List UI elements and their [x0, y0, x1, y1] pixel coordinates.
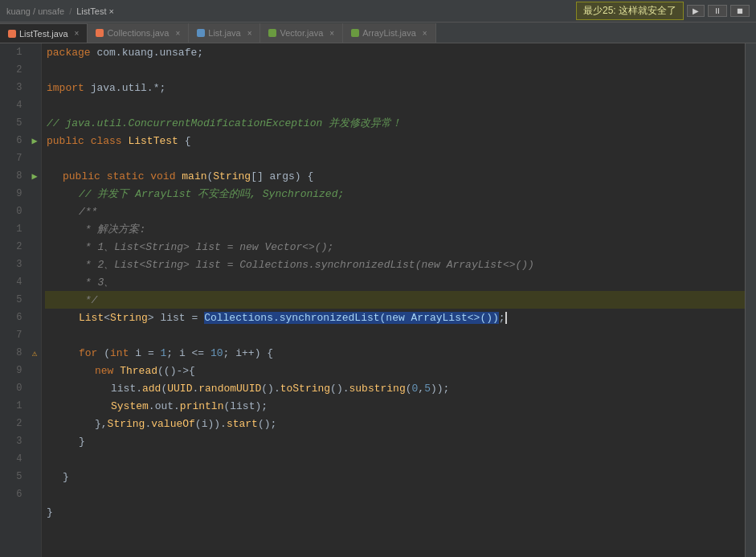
num-1: 1 [161, 347, 167, 359]
line-num-19: 9 [0, 365, 28, 376]
tab-collections-close[interactable]: × [175, 29, 180, 38]
gutter-row-17: 7 [0, 326, 41, 344]
tab-arraylist-close[interactable]: × [423, 29, 427, 38]
tab-vector[interactable]: Vector.java × [260, 23, 343, 43]
p4: )); [431, 383, 449, 395]
import-name: java.util.* [91, 82, 160, 94]
notification-text: 最少25: 这样就安全了 [583, 5, 676, 16]
gutter-row-13: 3 [0, 256, 41, 273]
line-num-15: 5 [0, 294, 28, 305]
keyword-class: class [91, 135, 122, 147]
for-close-paren: ) [255, 347, 261, 359]
p2: (). [330, 383, 349, 395]
type-uuid: UUID [167, 383, 192, 395]
semicolon-3: ; [159, 82, 166, 94]
keyword-int: int [110, 347, 129, 359]
comma1: , [418, 383, 424, 395]
type-string-2: String [108, 418, 145, 430]
gutter-row-8: 8 ▶ [0, 167, 41, 185]
code-line-14: * 3、 [45, 273, 745, 291]
code-line-thread: new Thread(()->{ [45, 362, 745, 379]
close-for-brace: } [79, 436, 85, 448]
fn-println: println [180, 400, 224, 412]
semi-for2: ; [223, 347, 230, 359]
generic-open: < [104, 312, 110, 324]
code-area: 1 2 3 4 5 [0, 43, 756, 557]
fn-start: start [227, 418, 258, 430]
dot-str: . [145, 418, 151, 430]
warn-icon-18: ⚠ [28, 348, 41, 358]
p3: ( [406, 383, 412, 395]
i-cond: i [179, 347, 186, 359]
vo-close: )). [207, 418, 226, 430]
tab-arraylist[interactable]: ArrayList.java × [343, 23, 435, 43]
gutter-row-20: 0 [0, 379, 41, 397]
run-arrow-8[interactable]: ▶ [28, 170, 41, 182]
run-button[interactable]: ▶ [687, 5, 705, 17]
close-main-brace: } [63, 471, 69, 483]
notification-banner: 最少25: 这样就安全了 [576, 2, 684, 20]
code-line-12: * 1、List<String> list = new Vector<>(); [45, 238, 745, 256]
breadcrumb: kuang / unsafe [6, 6, 64, 16]
list-var: list. [111, 383, 142, 395]
gutter-row-1: 1 [0, 43, 41, 61]
tab-listtest[interactable]: ListTest.java × [0, 23, 88, 43]
var-i: i [135, 347, 141, 359]
code-line-10: /** [45, 203, 745, 220]
tab-list-close[interactable]: × [247, 29, 252, 38]
tab-list[interactable]: List.java × [189, 23, 260, 43]
code-line-closefor: } [45, 432, 745, 450]
line-num-24: 4 [0, 453, 28, 465]
code-line-16: List<String> list = Collections.synchron… [45, 309, 745, 326]
separator: / [69, 6, 72, 16]
line-num-13: 3 [0, 259, 28, 270]
line-num-2: 2 [0, 64, 28, 76]
right-scrollbar[interactable] [745, 43, 756, 557]
brace-open-class: { [185, 135, 191, 147]
debug-button[interactable]: ⏸ [708, 5, 727, 17]
gutter-row-15: 5 [0, 291, 41, 309]
code-line-closemain: } [45, 468, 745, 485]
javadoc-s1: * 1、List<String> list = new Vector<>(); [79, 240, 333, 254]
gutter-row-10: 0 [0, 203, 41, 220]
bracket-arr: [] [251, 170, 264, 182]
fn-main: main [182, 170, 206, 182]
tab-listtest-close[interactable]: × [75, 29, 80, 38]
line-num-23: 3 [0, 436, 28, 447]
lambda: )->{ [170, 365, 195, 377]
eq-1: = [148, 347, 154, 359]
semicolon-1: ; [197, 47, 203, 59]
generic-close: > [148, 312, 154, 324]
tab-arraylist-label: ArrayList.java [362, 28, 416, 38]
gutter-row-18: 8 ⚠ [0, 344, 41, 362]
code-line-2 [45, 61, 745, 79]
dot-sys: . [149, 400, 155, 412]
for-paren: ( [104, 347, 110, 359]
gutter-row-9: 9 [0, 185, 41, 203]
gutter-row-3: 3 [0, 79, 41, 96]
code-line-15: */ [45, 291, 745, 309]
code-lines: package com.kuang.unsafe; import java.ut… [45, 43, 745, 521]
gutter-row-19: 9 [0, 362, 41, 379]
line-num-4: 4 [0, 100, 28, 111]
vector-icon [268, 29, 276, 37]
run-arrow-6[interactable]: ▶ [28, 135, 41, 147]
gutter-row-6: 6 ▶ [0, 132, 41, 149]
i-pp: i++ [235, 347, 254, 359]
stop-button[interactable]: ⏹ [730, 5, 750, 17]
javadoc-jiejue: * 解决方案: [79, 222, 145, 236]
line-num-21: 1 [0, 400, 28, 412]
tab-collections[interactable]: Collections.java × [88, 23, 189, 43]
type-thread: Thread [120, 365, 157, 377]
line-num-6: 6 [0, 135, 28, 146]
dot-out: . [174, 400, 180, 412]
param-args: args [270, 170, 295, 182]
code-content[interactable]: package com.kuang.unsafe; import java.ut… [42, 43, 745, 557]
line-num-25: 5 [0, 471, 28, 482]
comment-concurrent: // java.util.ConcurrentModificationExcep… [47, 116, 402, 130]
tab-vector-close[interactable]: × [329, 29, 334, 38]
line-num-5: 5 [0, 117, 28, 129]
line-num-16: 6 [0, 312, 28, 323]
code-line-listadd: list.add(UUID.randomUUID().toString().su… [45, 379, 745, 397]
code-line-17 [45, 326, 745, 344]
